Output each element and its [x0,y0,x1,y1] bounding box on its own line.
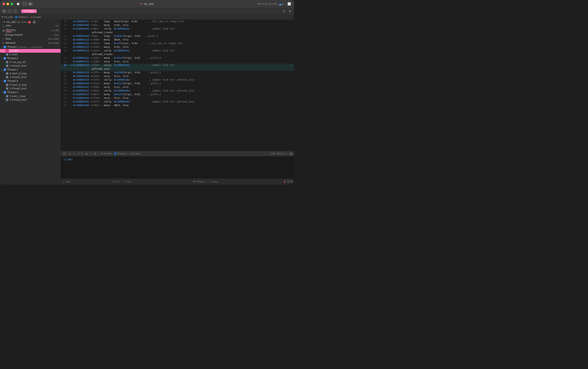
frame-icon: ⊛ [6,64,9,67]
code-scroll[interactable]: 18 0x100003dfe <+78>: leaq 0xe1(%rip), %… [61,20,294,151]
traffic-lights [2,3,13,5]
code-line-35: 35 0x100003e57 <+167>: movq 0x4222(%rip)… [61,93,294,96]
minimize-button[interactable] [7,3,9,5]
cpu-item[interactable]: □ CPU 0% [0,24,61,28]
code-line-26: 26 0x100003e2a <+122>: movq 0x41ef(%rip)… [61,56,294,60]
filter-bars: ⊙ ⊞ ⊟ ⊕ ⊙ All Output ◊ ⊙ [61,179,294,184]
layout-toggle[interactable]: ⊞ [290,152,292,155]
filter-option-2[interactable]: ⊟ [115,180,117,183]
thread-4-icon: 4 [4,80,6,82]
bt-breadcrumb: ⚑ mt_x64 › 🔵 Thread 1 › ⊛ 0 main [101,152,140,155]
prev-button[interactable]: ‹ [7,9,12,13]
code-line-24: 24 0x100003e22 <+114>: movq %rdi, %rcx [61,45,294,49]
stop-button[interactable]: ⬛ [22,2,27,6]
grid-view-button[interactable]: ⊞ [2,9,7,13]
frame-icon: ⊛ [6,61,9,64]
maximize-button[interactable] [10,3,13,5]
thread-1-icon: 1 [4,46,6,48]
code-line-25b: pthread_create [61,53,294,56]
filter-option-3[interactable]: ⊕ [118,180,120,183]
thread-1-header[interactable]: ▾ 1 Thread 1 Queue: c...ad (serial) [0,45,61,49]
filter-icon-2: ⊙ [123,180,125,183]
more-button[interactable]: ⊕ [85,152,88,155]
line-info: Line: 28 Col: 1 [271,152,287,155]
step-out-button[interactable]: ↑ [77,152,80,155]
code-bottom-toolbar: ⬛ ↪ ↓ ↑ ⤵ ⊕ ⤴ ⚙ ⚑ mt_x64 › 🔵 Thread 1 › … [61,151,294,156]
memory-bar [6,32,12,32]
thread-5-header[interactable]: ▾ 5 Thread 5 [0,90,61,94]
thread-1-child-1[interactable]: ⊛ 1 start [0,53,61,56]
inspector-button[interactable]: ⊞ [287,9,292,13]
thread-5-child-0[interactable]: ⊛ 0 end_c_loop [0,94,61,98]
thread-3-child-2[interactable]: ⊛ 2 thread_start [0,75,61,79]
thread-4-header[interactable]: ▾ 4 Thread 4 [0,79,61,83]
settings-button[interactable]: ⚙ [93,152,96,155]
layout-button[interactable]: ⬜ [287,2,292,6]
thread-2-icon: 2 [4,57,6,60]
code-line-22: 22 0x100003e14 <+100>: movq $0x0, %rsi [61,38,294,42]
code-line-27: 27 0x100003e31 <+129>: xorq %rsi, %rsi [61,60,294,64]
thread-2-header[interactable]: ▾ 2 Thread 2 [0,56,61,60]
sidebar-toggle-button[interactable]: ⬜ [16,2,20,5]
step-in-button[interactable]: ↓ [72,152,76,155]
code-line-19: 19 0x100003e05 <+85>: movq %rdi, %rcx [61,23,294,27]
process-icon: ⊙ [33,21,36,23]
frame-icon: ⊛ [6,99,9,101]
filter-option-1[interactable]: ⊞ [113,180,114,183]
filter-section-2: ⊙ All Output ◊ [122,179,208,184]
thread-4-child-0[interactable]: ⊛ 0 start_d_loop [0,83,61,87]
titlebar: ⬜ ⬛ ▶ ⚑ mt_x64 Running mt_x64 ☁ + ⬜ [0,0,294,8]
code-line-20: 20 0x100003e08 <+88>: callq 0x100003eac … [61,27,294,31]
thread-3-icon: 3 [4,69,6,71]
share-button[interactable]: ⤴ [89,152,92,155]
frame-icon: ⊛ [6,87,9,90]
code-line-34: 34 0x100003e52 <+162>: callq 0x100003eb2… [61,89,294,93]
code-line-30: 30 0x100003e40 <+144>: xorq %rsi, %rsi [61,75,294,78]
stop-console-button[interactable]: ⬛ [287,180,290,183]
filter-input-3[interactable] [213,180,237,183]
filter-icon-3: ⊙ [210,180,211,183]
filter-input-2[interactable] [126,180,151,183]
disk-item[interactable]: ⬡ Disk Zero KB/s [0,37,61,41]
thread-1-child-0[interactable]: ⊛ 0 main [0,49,61,53]
frame-icon: ⊛ [6,53,9,56]
code-line-33: 33 0x100003e4f <+159>: xorq %rsi, %rsi [61,85,294,89]
energy-item[interactable]: ⚡ Energy Impact Zero [0,33,61,37]
next-button[interactable]: › [13,9,18,13]
thread-3-header[interactable]: ▾ 3 Thread 3 [0,68,61,72]
thread-4-child-2[interactable]: ⊛ 2 thread_start [0,87,61,90]
lldb-prompt[interactable]: (lldb) [61,156,294,163]
auto-select[interactable]: All Output ◊ [193,180,206,183]
titlebar-title: ⚑ mt_x64 [140,2,154,5]
step-over-button[interactable]: ↪ [68,152,71,155]
code-line-20b: pthread_create [61,31,294,34]
main-tab[interactable]: ⊛ 0 main [21,9,37,13]
filter-section-1: ⊙ ⊞ ⊟ ⊕ [61,179,122,184]
code-line-23: 23 0x100003e1b <+107>: leaq 0xc4(%rip), … [61,42,294,45]
move-button[interactable]: ⤵ [81,152,84,155]
sidebar: ▾ ⚑ mt_x64 PID 4594 1 ⊙ □ CPU 0% ▣ Memor… [0,20,61,184]
console-option[interactable]: ⊞ [291,180,292,183]
network-item[interactable]: ⊕ Network Zero KB/s [0,41,61,45]
code-line-25: 25 0x100003e25 <+117>: callq 0x100003eac… [61,49,294,53]
thread-5-child-2[interactable]: ⊛ 2 thread_start [0,98,61,102]
frame-icon: ⊛ [6,95,9,98]
code-line-37: 37 0x100003e61 <+177>: callq 0x100003eb2… [61,100,294,104]
thread-3-child-0[interactable]: ⊛ 0 start_d_loop [0,72,61,75]
frame-icon: ⊛ [6,83,9,86]
record-button[interactable]: ⬛ [63,152,67,155]
thread-2-child-2[interactable]: ⊛ 2 thread_start [0,64,61,68]
close-button[interactable] [2,3,5,5]
process-group-header[interactable]: ▾ ⚑ mt_x64 PID 4594 1 ⊙ [0,20,61,24]
filter-input-1[interactable] [65,180,82,183]
split-view-button[interactable]: ⊟ [282,9,287,13]
main-area: ▾ ⚑ mt_x64 PID 4594 1 ⊙ □ CPU 0% ▣ Memor… [0,20,294,184]
memory-item[interactable]: ▣ Memory 6.3 MB [0,28,61,33]
clear-button[interactable]: 🗑 [283,180,286,183]
run-button[interactable]: ▶ [28,2,33,6]
code-line-31: 31 0x100003e43 <+147>: callq 0x100003eb2… [61,78,294,82]
frame-icon: ⊛ [6,50,9,52]
code-area: 18 0x100003dfe <+78>: leaq 0xe1(%rip), %… [61,20,294,184]
thread-2-child-0[interactable]: ⊛ 0 not_equ_63 [0,60,61,64]
code-line-38: 38 0x100003e66 <+182>: movq $0x3, %rax [61,104,294,107]
